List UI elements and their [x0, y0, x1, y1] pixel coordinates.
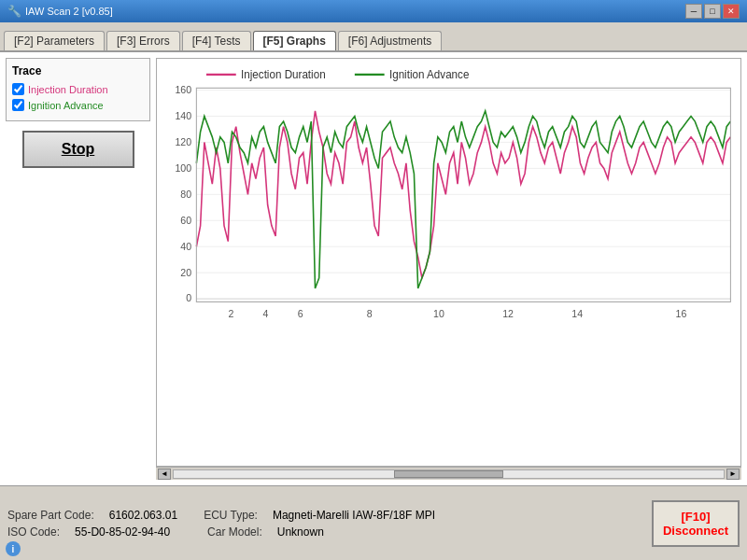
- title-bar-controls: ─ □ ✕: [685, 4, 740, 19]
- tab-adjustments[interactable]: [F6] Adjustments: [338, 31, 442, 50]
- svg-text:120: 120: [175, 136, 191, 147]
- car-model-value: Unknown: [277, 525, 324, 539]
- scroll-thumb[interactable]: [394, 470, 504, 478]
- svg-text:14: 14: [571, 308, 583, 319]
- trace-injection-label: Injection Duration: [28, 84, 108, 95]
- maximize-button[interactable]: □: [704, 4, 721, 19]
- minimize-button[interactable]: ─: [685, 4, 702, 19]
- ecu-type-value: Magneti-Marelli IAW-8F/18F MPI: [273, 509, 435, 522]
- svg-text:80: 80: [180, 188, 191, 199]
- stop-button-container: Stop: [6, 125, 150, 174]
- title-bar: 🔧 IAW Scan 2 [v0.85] ─ □ ✕: [0, 0, 747, 22]
- tab-tests[interactable]: [F4] Tests: [182, 31, 251, 50]
- svg-text:140: 140: [175, 110, 191, 121]
- status-bar: Spare Part Code: 61602.063.01 ECU Type: …: [0, 485, 747, 560]
- svg-text:6: 6: [298, 308, 303, 319]
- svg-text:4: 4: [263, 308, 269, 319]
- trace-injection-checkbox[interactable]: [12, 83, 24, 95]
- svg-text:Injection Duration: Injection Duration: [241, 68, 326, 81]
- scroll-left-arrow[interactable]: ◄: [158, 469, 171, 480]
- svg-text:2: 2: [229, 308, 234, 319]
- window-title: IAW Scan 2 [v0.85]: [25, 6, 113, 17]
- svg-text:10: 10: [433, 308, 444, 319]
- svg-rect-0: [157, 59, 740, 466]
- trace-injection-item[interactable]: Injection Duration: [12, 83, 144, 95]
- svg-text:16: 16: [676, 308, 687, 319]
- svg-text:60: 60: [180, 214, 191, 225]
- svg-text:160: 160: [175, 84, 191, 95]
- main-content: Trace Injection Duration Ignition Advanc…: [0, 52, 747, 485]
- svg-text:Ignition Advance: Ignition Advance: [389, 68, 470, 81]
- info-icon[interactable]: i: [6, 541, 21, 556]
- svg-text:0: 0: [186, 292, 191, 303]
- trace-title: Trace: [12, 64, 144, 77]
- car-model-label: Car Model:: [207, 525, 262, 539]
- trace-panel: Trace Injection Duration Ignition Advanc…: [6, 58, 150, 121]
- tab-bar: [F2] Parameters [F3] Errors [F4] Tests […: [0, 22, 747, 52]
- tab-parameters[interactable]: [F2] Parameters: [4, 31, 105, 50]
- iso-code-label: ISO Code:: [7, 525, 60, 539]
- svg-text:100: 100: [175, 161, 191, 173]
- svg-text:12: 12: [502, 308, 514, 319]
- graph-svg: Injection Duration Ignition Advance 160 …: [157, 59, 740, 466]
- status-left: Spare Part Code: 61602.063.01 ECU Type: …: [7, 509, 435, 539]
- graph-container: Injection Duration Ignition Advance 160 …: [156, 58, 741, 467]
- close-button[interactable]: ✕: [723, 4, 740, 19]
- spare-part-value: 61602.063.01: [109, 509, 177, 522]
- spare-part-label: Spare Part Code:: [7, 509, 94, 522]
- disconnect-button[interactable]: [F10]Disconnect: [652, 500, 740, 547]
- trace-ignition-item[interactable]: Ignition Advance: [12, 99, 144, 111]
- graph-scrollbar: ◄ ►: [156, 467, 741, 480]
- iso-code-value: 55-D0-85-02-94-40: [75, 525, 170, 539]
- title-bar-left: 🔧 IAW Scan 2 [v0.85]: [7, 5, 113, 18]
- tab-errors[interactable]: [F3] Errors: [106, 31, 180, 50]
- scroll-track[interactable]: [173, 469, 725, 479]
- tab-graphs[interactable]: [F5] Graphs: [253, 31, 336, 50]
- svg-text:20: 20: [180, 266, 191, 277]
- trace-ignition-checkbox[interactable]: [12, 99, 24, 111]
- status-row-1: Spare Part Code: 61602.063.01 ECU Type: …: [7, 509, 435, 522]
- stop-button[interactable]: Stop: [22, 131, 134, 168]
- status-row-2: ISO Code: 55-D0-85-02-94-40 Car Model: U…: [7, 525, 435, 539]
- trace-ignition-label: Ignition Advance: [28, 100, 104, 111]
- svg-text:8: 8: [367, 308, 373, 319]
- svg-text:40: 40: [180, 240, 191, 251]
- scroll-right-arrow[interactable]: ►: [726, 469, 740, 480]
- graph-section: Trace Injection Duration Ignition Advanc…: [0, 52, 747, 485]
- app-icon: 🔧: [7, 5, 21, 18]
- ecu-type-label: ECU Type:: [204, 509, 258, 522]
